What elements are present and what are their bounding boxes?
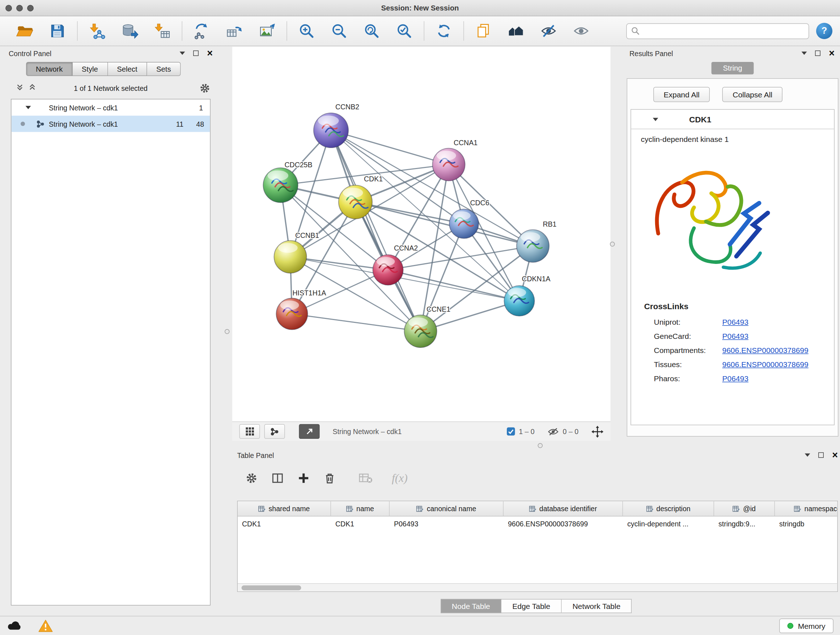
export-image-icon[interactable] [258, 22, 276, 40]
cell-namespace[interactable]: stringdb [775, 519, 838, 528]
cloud-icon[interactable] [6, 620, 24, 632]
section-collapse-icon[interactable] [653, 118, 658, 121]
column-header-canonical-name[interactable]: canonical name [390, 501, 504, 516]
network-node-ccnb1[interactable]: CCNB1 [274, 231, 319, 273]
window-title: Session: New Session [0, 4, 840, 12]
memory-button[interactable]: Memory [780, 619, 834, 633]
column-header-shared-name[interactable]: shared name [238, 501, 331, 516]
clone-network-icon[interactable] [193, 22, 211, 40]
zoom-window-button[interactable] [27, 5, 34, 11]
gene-section-header[interactable]: CDK1 [631, 110, 834, 129]
panel-close-icon[interactable]: × [829, 49, 835, 58]
panel-float-icon[interactable] [194, 51, 199, 56]
tab-network-table[interactable]: Network Table [561, 599, 632, 613]
panel-menu-icon[interactable] [805, 454, 810, 457]
column-header-namespace[interactable]: namespace [775, 501, 838, 516]
crosslink-pharos-link[interactable]: P06493 [722, 374, 748, 383]
expand-all-button[interactable]: Expand All [653, 87, 710, 102]
cell-database-identifier[interactable]: 9606.ENSP00000378699 [504, 519, 623, 528]
network-node-cdkn1a[interactable]: CDKN1A [504, 275, 551, 316]
network-collection-row[interactable]: String Network – cdk1 1 [11, 100, 210, 116]
tab-select[interactable]: Select [108, 62, 147, 76]
help-button[interactable]: ? [816, 23, 832, 39]
network-node-ccna1[interactable]: CCNA1 [433, 139, 478, 181]
column-header-database-identifier[interactable]: database identifier [504, 501, 623, 516]
import-network-from-file-icon[interactable] [88, 22, 106, 40]
crosslink-compartments-link[interactable]: 9606.ENSP00000378699 [722, 346, 808, 355]
network-node-rb1[interactable]: RB1 [516, 220, 556, 263]
detach-view-icon[interactable] [299, 424, 320, 439]
crosslink-genecard-link[interactable]: P06493 [722, 332, 748, 340]
zoom-out-icon[interactable] [330, 22, 348, 40]
node-label-cdk1: CDK1 [364, 175, 383, 183]
tab-sets[interactable]: Sets [147, 62, 181, 76]
right-splitter-handle[interactable] [610, 242, 615, 247]
network-node-cdk1[interactable]: CDK1 [339, 175, 383, 219]
export-table-icon[interactable] [225, 22, 244, 40]
minimize-window-button[interactable] [16, 5, 23, 11]
network-view-icon[interactable] [264, 424, 285, 439]
zoom-fit-content-icon[interactable] [363, 22, 381, 40]
scrollbar-thumb[interactable] [242, 585, 302, 591]
zoom-selected-icon[interactable] [395, 22, 414, 40]
crosslink-tissues-link[interactable]: 9606.ENSP00000378699 [722, 360, 808, 369]
cell-name[interactable]: CDK1 [331, 519, 390, 528]
panel-menu-icon[interactable] [802, 52, 807, 55]
network-row[interactable]: String Network – cdk1 11 48 [11, 116, 210, 132]
import-network-from-database-icon[interactable] [120, 22, 139, 40]
zoom-in-icon[interactable] [297, 22, 316, 40]
table-row[interactable]: CDK1 CDK1 P06493 9606.ENSP00000378699 cy… [238, 516, 837, 531]
tab-network[interactable]: Network [26, 62, 73, 76]
open-session-icon[interactable] [16, 22, 34, 40]
panel-close-icon[interactable]: × [832, 450, 838, 460]
column-header-name[interactable]: name [331, 501, 390, 516]
tab-edge-table[interactable]: Edge Table [501, 599, 561, 613]
network-node-ccnb2[interactable]: CCNB2 [314, 103, 359, 148]
close-window-button[interactable] [5, 5, 12, 11]
expand-all-networks-icon[interactable] [29, 84, 36, 92]
pan-mode-icon[interactable] [592, 425, 603, 437]
grid-view-icon[interactable] [240, 424, 260, 439]
horizontal-splitter-handle[interactable] [538, 443, 543, 448]
function-builder-icon[interactable]: f(x) [392, 471, 408, 485]
save-session-icon[interactable] [49, 22, 67, 40]
hidden-items-icon[interactable] [548, 427, 559, 436]
import-table-from-file-icon[interactable] [153, 22, 172, 40]
selected-nodes-checkbox[interactable] [507, 428, 515, 436]
collapse-all-button[interactable]: Collapse All [722, 87, 783, 102]
tree-disclosure-icon[interactable] [26, 106, 31, 109]
create-column-icon[interactable] [297, 472, 310, 485]
panel-float-icon[interactable] [819, 453, 824, 458]
left-splitter-handle[interactable] [225, 329, 230, 334]
column-header-id[interactable]: @id [714, 501, 775, 516]
delete-column-icon[interactable] [324, 472, 336, 485]
delete-table-icon[interactable] [358, 472, 373, 484]
node-label-ccna1: CCNA1 [454, 139, 477, 147]
network-node-hist1h1a[interactable]: HIST1H1A [276, 289, 326, 330]
panel-float-icon[interactable] [815, 51, 821, 56]
show-columns-icon[interactable] [271, 472, 284, 485]
show-all-networks-icon[interactable] [507, 22, 525, 40]
network-options-gear-icon[interactable] [199, 82, 211, 94]
refresh-view-icon[interactable] [435, 22, 453, 40]
cell-canonical-name[interactable]: P06493 [390, 519, 504, 528]
crosslink-uniprot-link[interactable]: P06493 [722, 318, 748, 326]
tab-string[interactable]: String [712, 62, 754, 74]
panel-close-icon[interactable]: × [207, 49, 213, 58]
search-input[interactable] [626, 23, 809, 39]
annotation-icon[interactable] [474, 22, 493, 40]
hide-selection-icon[interactable] [539, 22, 558, 40]
table-settings-gear-icon[interactable] [245, 472, 258, 485]
cell-description[interactable]: cyclin-dependent ... [623, 519, 714, 528]
cell-shared-name[interactable]: CDK1 [238, 519, 331, 528]
column-header-description[interactable]: description [623, 501, 714, 516]
cell-id[interactable]: stringdb:9... [714, 519, 775, 528]
tab-style[interactable]: Style [73, 62, 108, 76]
network-canvas[interactable]: CCNB2CCNA1CDC25BCDK1CDC6RB1CCNB1CCNA2CDK… [232, 47, 611, 421]
warning-icon[interactable] [38, 619, 53, 633]
show-selection-icon[interactable] [572, 22, 591, 40]
tab-node-table[interactable]: Node Table [440, 599, 501, 613]
table-horizontal-scrollbar[interactable] [238, 583, 837, 592]
collapse-all-networks-icon[interactable] [16, 84, 24, 92]
panel-menu-icon[interactable] [180, 52, 185, 55]
